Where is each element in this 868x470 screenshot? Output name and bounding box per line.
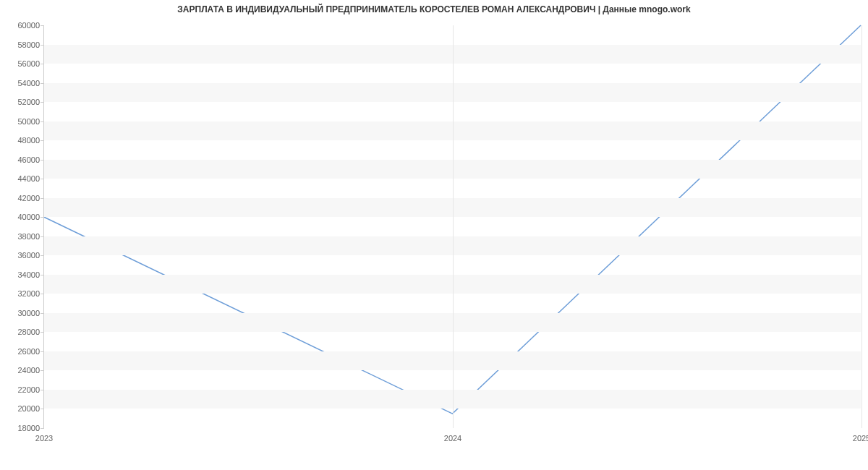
y-tick-label: 44000 [17, 174, 40, 183]
y-tick-mark [41, 370, 44, 371]
y-tick-mark [41, 121, 44, 122]
y-tick-label: 30000 [17, 309, 40, 317]
y-tick-mark [41, 255, 44, 256]
y-tick-mark [41, 160, 44, 161]
y-tick-mark [41, 313, 44, 314]
y-tick-label: 50000 [17, 117, 40, 126]
y-tick-mark [41, 275, 44, 275]
y-tick-label: 58000 [17, 40, 40, 49]
y-tick-label: 42000 [17, 194, 40, 202]
y-tick-mark [41, 390, 44, 390]
y-tick-mark [41, 428, 44, 429]
y-tick-label: 54000 [17, 79, 40, 87]
y-tick-mark [41, 236, 44, 237]
y-tick-label: 26000 [17, 347, 40, 356]
x-gridline [453, 25, 454, 428]
y-tick-mark [41, 102, 44, 103]
y-tick-label: 34000 [17, 270, 40, 279]
y-tick-label: 56000 [17, 59, 40, 68]
plot-area: 1800020000220002400026000280003000032000… [43, 25, 861, 428]
y-tick-mark [41, 294, 44, 294]
y-tick-mark [41, 25, 44, 26]
y-tick-label: 20000 [17, 404, 40, 413]
y-tick-mark [41, 332, 44, 333]
x-tick-label: 2024 [444, 434, 461, 443]
y-tick-label: 28000 [17, 328, 40, 336]
y-tick-label: 60000 [17, 21, 40, 30]
y-tick-label: 24000 [17, 366, 40, 375]
y-tick-label: 52000 [17, 98, 40, 106]
y-tick-mark [41, 64, 44, 64]
x-gridline [861, 25, 862, 428]
y-tick-label: 32000 [17, 289, 40, 298]
y-tick-mark [41, 140, 44, 141]
y-tick-mark [41, 83, 44, 84]
y-tick-label: 36000 [17, 251, 40, 260]
y-tick-mark [41, 217, 44, 218]
x-tick-label: 2025 [853, 434, 868, 443]
y-tick-label: 18000 [17, 424, 40, 432]
salary-line-chart: ЗАРПЛАТА В ИНДИВИДУАЛЬНЫЙ ПРЕДПРИНИМАТЕЛ… [0, 0, 868, 470]
y-tick-label: 46000 [17, 155, 40, 164]
y-tick-mark [41, 198, 44, 199]
y-tick-mark [41, 179, 44, 179]
chart-title: ЗАРПЛАТА В ИНДИВИДУАЛЬНЫЙ ПРЕДПРИНИМАТЕЛ… [0, 4, 868, 14]
x-tick-label: 2023 [35, 434, 53, 443]
y-tick-label: 40000 [17, 213, 40, 221]
y-tick-mark [41, 409, 44, 409]
y-tick-mark [41, 351, 44, 352]
y-tick-mark [41, 45, 44, 46]
y-tick-label: 22000 [17, 385, 40, 394]
y-tick-label: 48000 [17, 136, 40, 145]
y-tick-label: 38000 [17, 232, 40, 241]
